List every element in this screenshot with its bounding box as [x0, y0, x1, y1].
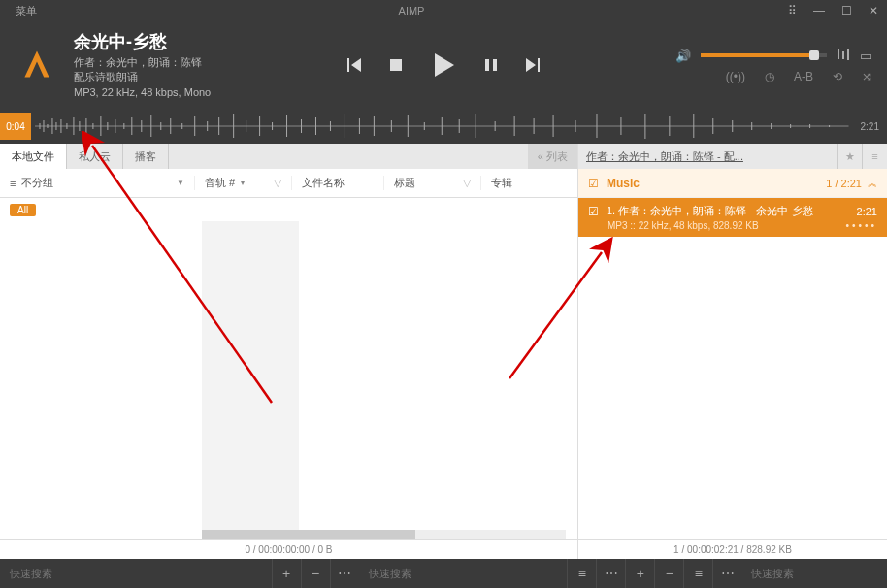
playlist-pane: 作者：余光中，朗诵：陈铎 - 配... ★ ≡ ☑ Music 1 / 2:21…: [578, 144, 887, 559]
pl-more-button[interactable]: ⋯: [712, 559, 741, 588]
all-filter-chip[interactable]: All: [10, 204, 36, 216]
track-name: 1. 作者：余光中，朗诵：陈铎 - 余光中-乡愁: [607, 204, 857, 218]
library-toolbar: ≡ 不分组 ▼ 音轨 #▾▽ 文件名称 标题▽ 专辑: [0, 169, 577, 198]
pl-remove-button[interactable]: −: [654, 559, 683, 588]
next-button[interactable]: [524, 56, 542, 74]
check-icon[interactable]: ☑: [588, 177, 599, 190]
playlist-status: 1 / 00:00:02:21 / 828.92 KB: [578, 539, 887, 559]
svg-rect-0: [390, 59, 402, 71]
ab-repeat-button[interactable]: A-B: [794, 70, 813, 83]
tab-podcast[interactable]: 播客: [123, 144, 169, 169]
favorite-icon[interactable]: ★: [837, 144, 862, 169]
play-button[interactable]: [429, 50, 458, 80]
track-format: MP3, 22 kHz, 48 kbps, Mono: [74, 85, 211, 100]
library-status: 0 / 00:00:00:00 / 0 B: [0, 539, 577, 559]
svg-rect-1: [485, 59, 489, 71]
minimize-button[interactable]: —: [805, 0, 833, 21]
duration-time: 2:21: [853, 121, 887, 132]
more-button[interactable]: ⋯: [330, 559, 359, 588]
tab-private[interactable]: 私人云: [67, 144, 123, 169]
svg-rect-4: [842, 51, 844, 59]
grouping-label: 不分组: [21, 176, 53, 190]
pause-button[interactable]: [483, 57, 499, 73]
waveform-canvas[interactable]: [31, 113, 853, 140]
add-button[interactable]: +: [272, 559, 301, 588]
volume-icon[interactable]: 🔊: [675, 49, 691, 63]
track-album: 配乐诗歌朗诵: [74, 70, 211, 84]
collapse-icon[interactable]: ︽: [868, 177, 877, 190]
visualizer-icon[interactable]: ▭: [860, 49, 871, 63]
pl-sort-button[interactable]: ≡: [683, 559, 712, 588]
chevron-down-icon: ▼: [177, 179, 184, 187]
playlist-tabs: 作者：余光中，朗诵：陈铎 - 配... ★ ≡: [578, 144, 887, 169]
col-album[interactable]: 专辑: [480, 176, 577, 190]
h-scrollbar[interactable]: [202, 530, 566, 539]
hamburger-icon: ≡: [10, 178, 16, 189]
compact-icon[interactable]: ⠿: [778, 0, 805, 21]
col-track[interactable]: 音轨 #▾▽: [194, 176, 291, 190]
svg-rect-2: [493, 59, 497, 71]
track-title: 余光中-乡愁: [74, 30, 211, 53]
playlist-empty: [578, 237, 887, 539]
svg-rect-5: [847, 49, 849, 60]
menu-button[interactable]: 菜单: [8, 4, 45, 18]
stop-button[interactable]: [388, 57, 404, 73]
rating-dots[interactable]: •••••: [845, 220, 877, 231]
tab-local[interactable]: 本地文件: [0, 144, 67, 169]
shuffle-icon[interactable]: ⤨: [862, 70, 871, 83]
library-content: [0, 221, 577, 539]
prev-button[interactable]: [345, 56, 363, 74]
list-toggle-button[interactable]: « 列表: [528, 144, 577, 169]
footer-bar: 快速搜索 + − ⋯ 快速搜索 ≡ ⋯ + − ≡ ⋯ 快速搜索: [0, 559, 887, 588]
col-filename[interactable]: 文件名称: [291, 176, 383, 190]
player-header: 余光中-乡愁 作者：余光中，朗诵：陈铎 配乐诗歌朗诵 MP3, 22 kHz, …: [0, 21, 887, 109]
app-logo: [8, 48, 66, 82]
track-info: MP3 :: 22 kHz, 48 kbps, 828.92 KB: [608, 220, 845, 231]
playlist-group-header[interactable]: ☑ Music 1 / 2:21 ︽: [578, 169, 887, 198]
library-search-input[interactable]: 快速搜索: [0, 567, 272, 581]
svg-rect-3: [838, 49, 839, 59]
grouping-dropdown[interactable]: ≡ 不分组 ▼: [0, 176, 194, 190]
remove-button[interactable]: −: [301, 559, 330, 588]
title-bar: 菜单 AIMP ⠿ — ☐ ✕: [0, 0, 887, 21]
position-time: 0:04: [0, 113, 31, 140]
track-artist: 作者：余光中，朗诵：陈铎: [74, 55, 211, 70]
close-button[interactable]: ✕: [860, 0, 887, 21]
playlist-tab[interactable]: 作者：余光中，朗诵：陈铎 - 配...: [578, 144, 837, 169]
playlist-menu-icon[interactable]: ≡: [862, 144, 887, 169]
search-input-2[interactable]: 快速搜索: [359, 567, 568, 581]
equalizer-icon[interactable]: [837, 48, 850, 64]
col-title[interactable]: 标题▽: [383, 176, 480, 190]
repeat-icon[interactable]: ⟲: [833, 70, 842, 83]
group-name: Music: [607, 177, 826, 190]
app-title: AIMP: [45, 5, 778, 16]
more-button-2[interactable]: ⋯: [596, 559, 625, 588]
now-playing-info: 余光中-乡愁 作者：余光中，朗诵：陈铎 配乐诗歌朗诵 MP3, 22 kHz, …: [66, 30, 211, 100]
filter-row: All: [0, 198, 577, 221]
radio-icon[interactable]: ((•)): [726, 70, 745, 83]
playlist-track[interactable]: ☑ 1. 作者：余光中，朗诵：陈铎 - 余光中-乡愁 2:21 MP3 :: 2…: [578, 198, 887, 237]
timer-icon[interactable]: ◷: [765, 70, 774, 83]
maximize-button[interactable]: ☐: [833, 0, 860, 21]
waveform-bar[interactable]: 0:04 2:21: [0, 109, 887, 144]
track-check-icon[interactable]: ☑: [588, 205, 599, 218]
playback-controls: [211, 50, 675, 80]
group-count: 1 / 2:21: [826, 178, 862, 189]
volume-slider[interactable]: [701, 53, 827, 57]
track-duration: 2:21: [857, 206, 877, 217]
pl-add-button[interactable]: +: [625, 559, 654, 588]
library-pane: 本地文件 私人云 播客 « 列表 ≡ 不分组 ▼ 音轨 #▾▽ 文件名称 标题▽…: [0, 144, 578, 559]
library-tabs: 本地文件 私人云 播客 « 列表: [0, 144, 577, 169]
sort-button[interactable]: ≡: [567, 559, 596, 588]
playlist-search-input[interactable]: 快速搜索: [741, 567, 887, 581]
